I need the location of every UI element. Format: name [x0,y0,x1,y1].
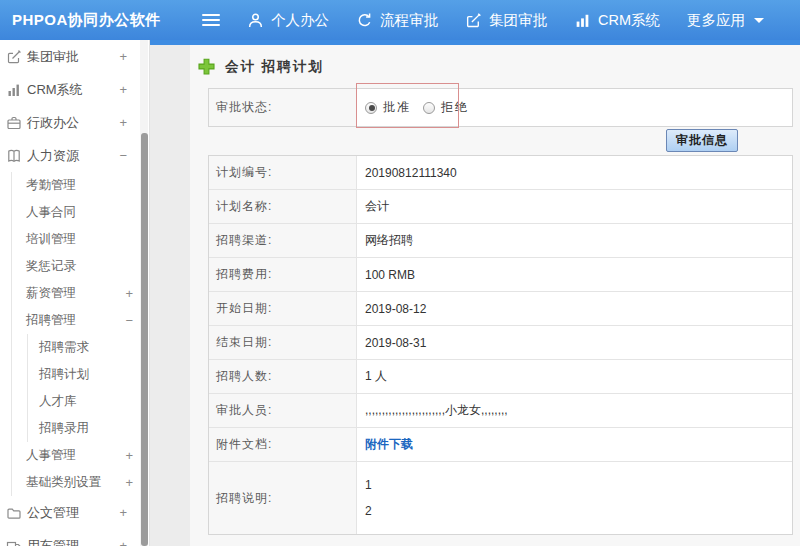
expand-toggle[interactable]: + [119,49,127,64]
table-row: 审批人员: ,,,,,,,,,,,,,,,,,,,,,,,,小龙女,,,,,,,… [209,394,792,428]
sidebar-item-label: CRM系统 [27,81,83,99]
attachment-download-link[interactable]: 附件下载 [365,436,413,453]
sidebar-item-label: 人才库 [39,393,77,410]
sidebar-item-label: 行政办公 [27,114,79,132]
bar-chart-icon [6,82,22,98]
end-date-value: 2019-08-31 [365,336,426,350]
sidebar-item-label: 招聘需求 [39,339,89,356]
nav-item-more-apps[interactable]: 更多应用 [687,11,764,30]
sidebar-item-label: 公文管理 [27,504,79,522]
sidebar-item-training-management[interactable]: 培训管理 [12,226,149,253]
recruitment-plan-table: 计划编号: 20190812111340 计划名称: 会计 招聘渠道: 网络招聘… [208,155,793,535]
sidebar-item-recruitment-plan[interactable]: 招聘计划 [28,361,149,388]
cycle-arrow-icon [356,12,373,29]
radio-reject-label[interactable]: 拒绝 [441,99,469,116]
app-logo[interactable]: PHPOA协同办公软件 [0,11,192,30]
sidebar-item-label: 招聘录用 [39,420,89,437]
page-title: 会计 招聘计划 [225,58,324,76]
expand-toggle[interactable]: + [125,286,133,301]
field-label: 计划名称: [209,190,357,223]
headcount-value: 1 人 [365,368,387,385]
edit-square-icon [465,12,482,29]
table-row: 计划名称: 会计 [209,190,792,224]
expand-toggle[interactable]: + [119,115,127,130]
book-icon [6,148,22,164]
field-label: 招聘说明: [209,462,357,534]
edit-square-icon [6,49,22,65]
main-content: 会计 招聘计划 审批状态: 批准 拒绝 审批信息 [150,40,800,546]
description-line: 2 [365,504,372,518]
field-label: 计划编号: [209,156,357,189]
nav-item-group-approval[interactable]: 集团审批 [465,11,547,30]
field-label: 招聘人数: [209,360,357,393]
sidebar-item-personnel-management[interactable]: 人事管理 + [12,442,149,469]
sidebar-item-attendance-management[interactable]: 考勤管理 [12,172,149,199]
table-row: 招聘费用: 100 RMB [209,258,792,292]
sidebar-item-recruitment-demand[interactable]: 招聘需求 [28,334,149,361]
approvers-value: ,,,,,,,,,,,,,,,,,,,,,,,,小龙女,,,,,,,, [365,402,508,419]
human-resources-submenu: 考勤管理 人事合同 培训管理 奖惩记录 薪资管理 + 招聘管理 − 招聘需求 [11,172,149,496]
user-icon [247,12,264,29]
sidebar-item-group-approval[interactable]: 集团审批 + [0,40,149,73]
approval-status-options: 批准 拒绝 [357,89,792,126]
sidebar-item-label: 招聘管理 [26,312,76,329]
expand-toggle[interactable]: + [125,475,133,490]
sidebar-item-crm-system[interactable]: CRM系统 + [0,73,149,106]
radio-approve-label[interactable]: 批准 [383,99,411,116]
sidebar-menu: 集团审批 + CRM系统 + 行政办公 + 人力资源 − 考 [0,40,150,546]
sidebar-item-vehicle-management[interactable]: 用车管理 + [0,529,149,546]
recruit-channel-value: 网络招聘 [365,232,413,249]
radio-reject[interactable] [423,102,435,114]
table-row: 招聘渠道: 网络招聘 [209,224,792,258]
field-label: 招聘费用: [209,258,357,291]
sidebar-item-talent-pool[interactable]: 人才库 [28,388,149,415]
expand-toggle[interactable]: + [119,505,127,520]
sidebar-item-recruitment-management[interactable]: 招聘管理 − [12,307,149,334]
sidebar-item-label: 薪资管理 [26,285,76,302]
expand-toggle[interactable]: + [119,538,127,546]
expand-toggle[interactable]: + [125,448,133,463]
expand-toggle[interactable]: + [119,82,127,97]
sidebar-item-salary-management[interactable]: 薪资管理 + [12,280,149,307]
field-label: 审批状态: [209,89,357,126]
nav-item-personal-office[interactable]: 个人办公 [247,11,329,30]
plus-icon [198,58,215,75]
sidebar-item-label: 集团审批 [27,48,79,66]
sidebar-item-recruitment-hiring[interactable]: 招聘录用 [28,415,149,442]
table-row: 附件文档: 附件下载 [209,428,792,462]
sidebar-item-label: 考勤管理 [26,177,76,194]
expand-toggle[interactable]: − [119,148,127,163]
sidebar-item-document-management[interactable]: 公文管理 + [0,496,149,529]
truck-icon [6,538,22,546]
nav-item-label: 集团审批 [489,11,547,30]
expand-toggle[interactable]: − [125,313,133,328]
sidebar-item-human-resources[interactable]: 人力资源 − [0,139,149,172]
folder-icon [6,505,22,521]
nav-item-label: 流程审批 [380,11,438,30]
nav-item-label: CRM系统 [598,11,660,30]
sidebar-item-admin-office[interactable]: 行政办公 + [0,106,149,139]
approval-status-row: 审批状态: 批准 拒绝 [209,89,792,126]
sidebar-item-basic-category-settings[interactable]: 基础类别设置 + [12,469,149,496]
caret-down-icon [754,18,764,23]
sidebar-item-hr-contract[interactable]: 人事合同 [12,199,149,226]
nav-item-workflow-approval[interactable]: 流程审批 [356,11,438,30]
sidebar-scrollbar-thumb[interactable] [141,133,148,546]
field-label: 审批人员: [209,394,357,427]
button-strip: 审批信息 [208,127,793,155]
table-row: 招聘说明: 1 2 [209,462,792,534]
recruit-cost-value: 100 RMB [365,268,415,282]
recruit-description: 1 2 [365,478,372,518]
sidebar-item-reward-punishment-records[interactable]: 奖惩记录 [12,253,149,280]
table-row: 招聘人数: 1 人 [209,360,792,394]
sidebar-item-label: 招聘计划 [39,366,89,383]
radio-approve[interactable] [365,102,377,114]
hamburger-menu-icon[interactable] [202,14,220,27]
detail-panel: 会计 招聘计划 审批状态: 批准 拒绝 审批信息 [190,45,800,546]
nav-item-crm-system[interactable]: CRM系统 [574,11,660,30]
approval-info-button[interactable]: 审批信息 [666,129,738,152]
table-row: 结束日期: 2019-08-31 [209,326,792,360]
approval-status-table: 审批状态: 批准 拒绝 [208,88,793,127]
field-label: 附件文档: [209,428,357,461]
plan-name-value: 会计 [365,198,389,215]
